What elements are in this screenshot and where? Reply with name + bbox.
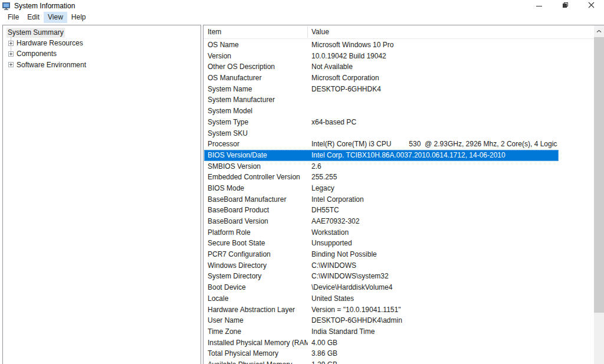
item-cell: BIOS Mode <box>208 184 308 192</box>
table-row[interactable]: Secure Boot State Unsupported <box>204 238 559 249</box>
window-controls <box>526 0 604 12</box>
item-cell: Version <box>208 52 308 60</box>
table-row[interactable]: System Type x64-based PC <box>204 117 559 128</box>
item-cell: Windows Directory <box>208 261 308 270</box>
column-header-item[interactable]: Item <box>208 28 221 36</box>
menu-item-help[interactable]: Help <box>67 12 90 23</box>
restore-button[interactable] <box>552 0 578 12</box>
close-button[interactable] <box>578 0 604 12</box>
list-header: Item Value <box>203 25 604 39</box>
table-row[interactable]: BaseBoard Product DH55TC <box>204 205 559 216</box>
table-row[interactable]: Other OS Description Not Available <box>204 61 559 73</box>
table-row[interactable]: Available Physical Memory 1.29 GB <box>204 359 559 364</box>
table-row[interactable]: Platform Role Workstation <box>204 227 559 238</box>
value-cell: Legacy <box>311 184 557 192</box>
table-row[interactable]: Embedded Controller Version 255.255 <box>204 172 559 183</box>
table-row[interactable]: System Manufacturer <box>204 94 559 106</box>
table-row[interactable]: Windows Directory C:\WINDOWS <box>204 260 559 271</box>
item-cell: BaseBoard Manufacturer <box>208 195 308 204</box>
value-cell: 255.255 <box>311 173 557 181</box>
close-icon <box>588 2 595 10</box>
details-list-panel: Item Value OS Name Microsoft Windows 10 … <box>203 25 604 364</box>
item-cell: PCR7 Configuration <box>208 250 308 258</box>
value-cell: Not Available <box>311 63 557 71</box>
table-row[interactable]: Hardware Abstraction Layer Version = "10… <box>204 304 559 316</box>
table-row[interactable]: Locale United States <box>204 293 559 304</box>
table-row[interactable]: BIOS Version/Date Intel Corp. TCIBX10H.8… <box>204 150 559 161</box>
table-row[interactable]: Version 10.0.19042 Build 19042 <box>204 51 559 62</box>
table-row[interactable]: System Directory C:\WINDOWS\system32 <box>204 271 559 282</box>
tree-item-label: Components <box>17 50 57 58</box>
item-cell: System Model <box>208 107 308 115</box>
table-row[interactable]: User Name DESKTOP-6GHHDK4\admin <box>204 315 559 326</box>
minimize-button[interactable] <box>526 0 552 12</box>
table-row[interactable]: Total Physical Memory 3.86 GB <box>204 348 559 359</box>
table-row[interactable]: PCR7 Configuration Binding Not Possible <box>204 249 559 260</box>
vertical-scrollbar[interactable] <box>594 25 604 364</box>
item-cell: BaseBoard Product <box>208 206 308 214</box>
item-cell: BIOS Version/Date <box>208 151 308 159</box>
table-row[interactable]: OS Manufacturer Microsoft Corporation <box>204 73 559 84</box>
table-row[interactable]: BaseBoard Version AAE70932-302 <box>204 216 559 227</box>
table-row[interactable]: System Name DESKTOP-6GHHDK4 <box>204 84 559 95</box>
value-cell: DH55TC <box>311 206 557 214</box>
table-row[interactable]: BIOS Mode Legacy <box>204 183 559 194</box>
value-cell: 3.86 GB <box>311 349 557 358</box>
value-cell: Unsupported <box>311 239 557 247</box>
table-row[interactable]: OS Name Microsoft Windows 10 Pro <box>204 40 559 51</box>
table-row[interactable]: Processor Intel(R) Core(TM) i3 CPU 530 @… <box>204 139 559 150</box>
item-cell: SMBIOS Version <box>208 162 308 170</box>
tree-item-system-summary[interactable]: System Summary <box>6 28 201 38</box>
scrollbar-thumb[interactable] <box>594 37 604 313</box>
item-cell: System Manufacturer <box>208 96 308 104</box>
item-cell: OS Name <box>208 41 308 49</box>
item-cell: Boot Device <box>208 283 308 291</box>
tree-item-software-environment[interactable]: Software Environment <box>8 60 201 70</box>
table-row[interactable]: Installed Physical Memory (RAM) 4.00 GB <box>204 337 559 349</box>
value-cell: AAE70932-302 <box>311 217 557 225</box>
expand-plus-icon[interactable] <box>8 51 14 57</box>
value-cell: Microsoft Windows 10 Pro <box>311 41 557 49</box>
tree-children: Hardware Resources Components Software E… <box>8 38 201 70</box>
menu-item-view[interactable]: View <box>44 12 67 23</box>
table-row[interactable]: Time Zone India Standard Time <box>204 326 559 337</box>
column-divider[interactable] <box>307 27 308 38</box>
item-cell: Locale <box>208 294 308 303</box>
table-row[interactable]: Boot Device \Device\HarddiskVolume4 <box>204 282 559 293</box>
system-information-app-icon <box>2 2 11 10</box>
table-row[interactable]: System Model <box>204 106 559 117</box>
menu-item-file[interactable]: File <box>4 12 23 23</box>
table-row[interactable]: System SKU <box>204 128 559 139</box>
window-title: System Information <box>14 2 75 10</box>
system-information-window: System Information FileEdit <box>0 0 604 364</box>
item-cell: BaseBoard Version <box>208 217 308 225</box>
tree-item-label: Hardware Resources <box>17 39 83 47</box>
menu-item-edit[interactable]: Edit <box>23 12 44 23</box>
value-cell: Microsoft Corporation <box>311 74 557 82</box>
table-row[interactable]: SMBIOS Version 2.6 <box>204 161 559 172</box>
item-cell: Total Physical Memory <box>208 349 308 358</box>
value-cell: 4.00 GB <box>311 339 557 347</box>
item-cell: Platform Role <box>208 228 308 237</box>
expand-plus-icon[interactable] <box>8 41 14 46</box>
item-cell: Processor <box>208 140 308 148</box>
category-tree-panel: System Summary Hardware Resources Compon… <box>2 25 201 364</box>
expand-plus-icon[interactable] <box>8 62 14 67</box>
item-cell: System Name <box>208 85 308 93</box>
value-cell: Intel Corporation <box>311 195 557 204</box>
value-cell: \Device\HarddiskVolume4 <box>311 283 557 291</box>
menu-bar: FileEditViewHelp <box>0 12 604 23</box>
scroll-up-button[interactable] <box>594 25 604 35</box>
item-cell: Time Zone <box>208 327 308 336</box>
tree-item-components[interactable]: Components <box>8 48 201 59</box>
value-cell: C:\WINDOWS <box>311 261 557 270</box>
table-row[interactable]: BaseBoard Manufacturer Intel Corporation <box>204 194 559 205</box>
item-cell: System SKU <box>208 129 308 137</box>
item-cell: Other OS Description <box>208 63 308 71</box>
value-cell: 2.6 <box>311 162 557 170</box>
tree-item-hardware-resources[interactable]: Hardware Resources <box>8 38 201 48</box>
value-cell: x64-based PC <box>311 118 557 126</box>
column-header-value[interactable]: Value <box>311 28 329 36</box>
value-cell: India Standard Time <box>311 327 557 336</box>
titlebar: System Information <box>0 0 604 12</box>
